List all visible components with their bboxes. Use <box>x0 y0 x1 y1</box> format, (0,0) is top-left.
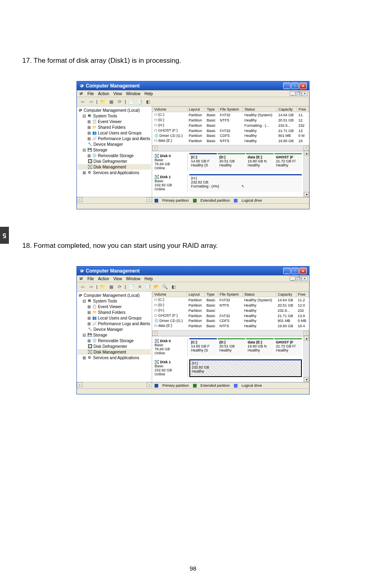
menu-view[interactable]: View <box>113 92 122 96</box>
disk0-partition[interactable]: GHOST (F21.72 GB F/Healthy <box>274 153 302 171</box>
forward-icon[interactable]: ⇨ <box>88 98 94 105</box>
col-status[interactable]: Status <box>242 292 276 297</box>
inner-minimize-button[interactable]: _ <box>290 276 295 281</box>
disk0-partition[interactable]: data (E:)19.80 GB NHealthy <box>246 338 274 356</box>
search-toolbar-icon[interactable]: 🔍 <box>162 283 168 290</box>
menu-action[interactable]: Action <box>98 277 109 281</box>
col-volume[interactable]: Volume <box>153 292 187 297</box>
help-toolbar-icon[interactable]: ◧ <box>170 283 177 290</box>
disk0-partition[interactable]: (D:)20.51 GBHealthy <box>218 338 245 356</box>
forward-icon[interactable]: ⇨ <box>88 283 94 290</box>
tree-storage[interactable]: ⊟💾Storage <box>78 332 151 338</box>
tree-services[interactable]: ⊞⚙Services and Applications <box>78 170 151 175</box>
properties-icon[interactable]: 📄 <box>128 98 134 105</box>
horizontal-scrollbar[interactable]: ‹ › <box>152 145 309 151</box>
menu-file[interactable]: File <box>87 92 94 96</box>
col-free[interactable]: Free <box>296 292 309 297</box>
tree-defrag[interactable]: 🔲Disk Defragmenter <box>78 158 151 164</box>
tree-pane[interactable]: 🖳Computer Management (Local) ⊟🛠System To… <box>77 107 152 197</box>
disk0-partition[interactable]: GHOST (F21.72 GB F/Healthy <box>274 338 302 356</box>
tree-localusers[interactable]: ⊞👥Local Users and Groups <box>78 130 151 136</box>
col-fs[interactable]: File System <box>218 292 243 297</box>
inner-restore-button[interactable]: ❐ <box>296 91 301 96</box>
disk0-partition[interactable]: (C:)14.65 GB FHealthy (S <box>189 153 217 171</box>
list-icon[interactable]: ▦ <box>108 98 115 105</box>
tree-defrag[interactable]: 🔲Disk Defragmenter <box>78 343 151 349</box>
col-layout[interactable]: Layout <box>187 107 205 112</box>
disk1-partition[interactable]: (H:) 232.82 GB Formatting : (4%) ↖ <box>189 174 302 192</box>
minimize-button[interactable]: _ <box>283 268 291 274</box>
menu-help[interactable]: Help <box>144 277 153 281</box>
col-capacity[interactable]: Capacity <box>276 292 296 297</box>
table-row[interactable]: ⬭ GHOST (F:)PartitionBasicFAT32Healthy21… <box>153 128 309 133</box>
properties-icon[interactable]: 📄 <box>128 283 134 290</box>
tree-devmgr[interactable]: 🔧Device Manager <box>78 326 151 332</box>
maximize-button[interactable]: □ <box>291 83 299 89</box>
menu-view[interactable]: View <box>113 277 122 281</box>
inner-close-button[interactable]: × <box>302 276 308 281</box>
scroll-right-icon[interactable]: › <box>303 331 309 336</box>
disk1-row[interactable]: 💽 Disk 1 Basic 232.82 GB Online (H:) 232… <box>154 174 302 192</box>
menu-file[interactable]: File <box>87 277 94 281</box>
refresh-icon[interactable]: ⟳ <box>117 98 123 105</box>
col-volume[interactable]: Volume <box>153 107 187 112</box>
table-row[interactable]: 💿 Driver CD (G:)PartitionBasicCDFSHealth… <box>153 318 309 323</box>
menu-help[interactable]: Help <box>144 92 153 96</box>
tree-storage[interactable]: ⊟💾Storage <box>78 147 151 153</box>
col-type[interactable]: Type <box>205 292 218 297</box>
table-row[interactable]: ⬭ GHOST (F:)PartitionBasicFAT32Healthy21… <box>153 313 309 318</box>
menu-window[interactable]: Window <box>126 92 140 96</box>
list-icon[interactable]: ▦ <box>108 283 115 290</box>
col-free[interactable]: Free <box>297 107 309 112</box>
tree-devmgr[interactable]: 🔧Device Manager <box>78 141 151 147</box>
close-button[interactable]: × <box>299 83 307 89</box>
tree-sharedfolders[interactable]: ⊞📁Shared Folders <box>78 309 151 315</box>
settings-icon[interactable]: 📑 <box>136 98 143 105</box>
tree-removable[interactable]: ⊞💿Removable Storage <box>78 338 151 343</box>
settings-icon[interactable]: 📑 <box>145 283 151 290</box>
disk0-partition[interactable]: (D:)20.51 GBHealthy <box>218 153 245 171</box>
tree-pane[interactable]: 🖳Computer Management (Local) ⊟🛠System To… <box>77 292 152 382</box>
tree-eventviewer[interactable]: ⊞📋Event Viewer <box>78 119 151 124</box>
col-layout[interactable]: Layout <box>187 292 205 297</box>
titlebar[interactable]: 🖳 Computer Management _ □ × <box>77 81 309 90</box>
tree-eventviewer[interactable]: ⊞📋Event Viewer <box>78 304 151 309</box>
table-row[interactable]: ⬭ data (E:)PartitionBasicNTFSHealthy19.8… <box>153 323 309 328</box>
tree-perflogs[interactable]: ⊞📈Performance Logs and Alerts <box>78 136 151 141</box>
disk1-row[interactable]: 💽 Disk 1 Basic 232.82 GB Online (H:) 232… <box>154 359 302 377</box>
disk0-partition[interactable]: data (E:)19.80 GB NHealthy <box>246 153 274 171</box>
up-folder-icon[interactable]: 📁 <box>100 283 106 290</box>
scroll-down-icon[interactable]: ▾ <box>304 377 309 382</box>
inner-close-button[interactable]: × <box>302 91 308 96</box>
volume-table[interactable]: Volume Layout Type File System Status Ca… <box>152 292 309 328</box>
scroll-left-icon[interactable]: ‹ <box>152 331 158 336</box>
back-icon[interactable]: ⇦ <box>79 283 86 290</box>
close-button[interactable]: × <box>299 268 307 274</box>
table-row[interactable]: ⬭ (H:)PartitionBasicHealthy232.8...232 <box>153 308 309 313</box>
tree-root[interactable]: 🖳Computer Management (Local) <box>78 107 151 113</box>
vertical-scrollbar[interactable]: ▴ ▾ <box>303 151 309 197</box>
tree-perflogs[interactable]: ⊞📈Performance Logs and Alerts <box>78 321 151 326</box>
up-folder-icon[interactable]: 📁 <box>100 98 106 105</box>
tree-horizontal-scrollbar[interactable]: ‹ › <box>77 197 152 203</box>
col-capacity[interactable]: Capacity <box>277 107 297 112</box>
scroll-right-icon[interactable]: › <box>303 146 309 151</box>
col-status[interactable]: Status <box>243 107 277 112</box>
tree-sharedfolders[interactable]: ⊞📁Shared Folders <box>78 124 151 130</box>
table-row[interactable]: ⬭ (H:)PartitionBasicFormatting : (...232… <box>153 123 309 128</box>
inner-restore-button[interactable]: ❐ <box>296 276 301 281</box>
scroll-up-icon[interactable]: ▴ <box>304 336 309 341</box>
table-row[interactable]: ⬭ (C:)PartitionBasicFAT32Healthy (System… <box>153 297 309 303</box>
scroll-up-icon[interactable]: ▴ <box>304 151 309 156</box>
back-icon[interactable]: ⇦ <box>79 98 86 105</box>
open-icon[interactable]: 📂 <box>153 283 160 290</box>
table-row[interactable]: ⬭ data (E:)PartitionBasicNTFSHealthy19.8… <box>153 138 309 143</box>
delete-icon[interactable]: ✕ <box>136 283 143 290</box>
disk0-row[interactable]: 💽 Disk 0 Basic 76.69 GB Online (C:)14.65… <box>154 338 302 356</box>
help-toolbar-icon[interactable]: ◧ <box>145 98 151 105</box>
minimize-button[interactable]: _ <box>283 83 291 89</box>
tree-diskmgmt[interactable]: 💽Disk Management <box>78 164 151 170</box>
col-type[interactable]: Type <box>205 107 218 112</box>
vertical-scrollbar[interactable]: ▴ ▾ <box>303 336 309 382</box>
tree-diskmgmt[interactable]: 💽Disk Management <box>78 349 151 355</box>
